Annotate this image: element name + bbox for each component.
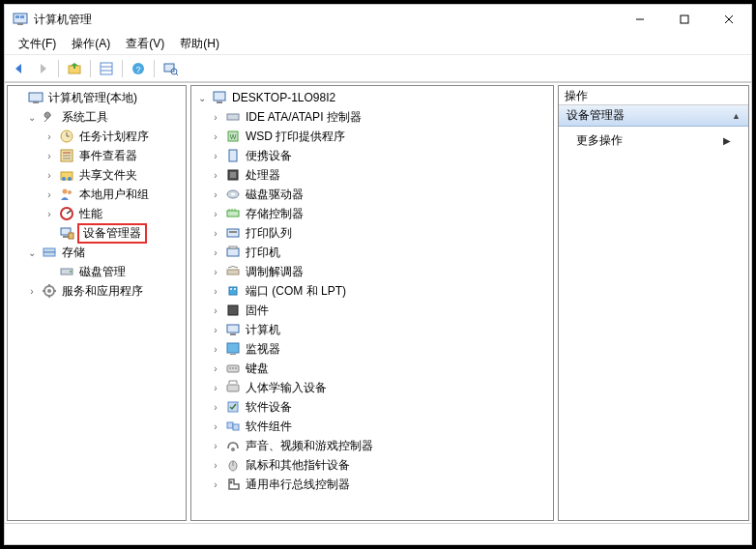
node-event-viewer[interactable]: › 事件查看器 <box>8 146 186 165</box>
device-category[interactable]: ›存储控制器 <box>191 204 553 223</box>
node-storage[interactable]: ⌄ 存储 <box>8 243 186 262</box>
expand-icon[interactable]: › <box>209 363 222 374</box>
collapse-icon[interactable]: ⌄ <box>25 247 39 258</box>
node-label: DESKTOP-1LO98I2 <box>230 90 337 105</box>
node-device-manager[interactable]: › 设备管理器 <box>8 223 186 243</box>
actions-context-band[interactable]: 设备管理器 ▲ <box>559 105 748 127</box>
node-label: 事件查看器 <box>77 147 139 165</box>
device-category[interactable]: ›软件设备 <box>191 397 553 417</box>
expand-icon[interactable]: › <box>209 402 222 413</box>
device-category[interactable]: ›处理器 <box>191 165 553 185</box>
menu-help[interactable]: 帮助(H) <box>172 34 227 54</box>
expand-icon[interactable]: › <box>209 421 222 432</box>
svg-rect-72 <box>227 422 233 428</box>
svg-rect-63 <box>230 333 236 335</box>
expand-icon[interactable]: › <box>43 131 56 142</box>
device-category[interactable]: ›WWSD 打印提供程序 <box>191 127 553 146</box>
node-label: 本地用户和组 <box>77 186 151 204</box>
device-category[interactable]: ›鼠标和其他指针设备 <box>191 455 553 475</box>
svg-rect-69 <box>235 367 237 369</box>
device-category[interactable]: ›声音、视频和游戏控制器 <box>191 436 553 455</box>
expand-icon[interactable]: › <box>25 286 39 297</box>
device-category-icon <box>225 322 241 337</box>
menu-file[interactable]: 文件(F) <box>11 34 64 54</box>
maximize-button[interactable] <box>662 5 707 34</box>
statusbar <box>5 523 751 544</box>
computer-icon <box>212 90 227 105</box>
device-category[interactable]: ›人体学输入设备 <box>191 378 553 397</box>
device-category[interactable]: ›固件 <box>191 301 553 320</box>
expand-icon[interactable]: › <box>209 131 222 142</box>
actions-more[interactable]: 更多操作 ▶ <box>559 127 748 155</box>
collapse-icon[interactable]: ⌄ <box>195 93 209 103</box>
window-title: 计算机管理 <box>34 12 618 28</box>
collapse-icon[interactable]: ⌄ <box>25 112 39 123</box>
node-performance[interactable]: › 性能 <box>8 204 186 223</box>
expand-icon[interactable]: › <box>209 344 222 355</box>
expand-icon[interactable]: › <box>209 170 222 181</box>
up-folder-button[interactable] <box>64 58 85 79</box>
node-system-tools[interactable]: ⌄ 系统工具 <box>8 107 186 127</box>
svg-rect-49 <box>230 172 236 178</box>
expand-icon[interactable]: › <box>209 267 222 277</box>
menu-view[interactable]: 查看(V) <box>118 34 172 54</box>
expand-icon[interactable]: › <box>209 112 222 123</box>
expand-icon[interactable]: › <box>43 189 56 200</box>
node-computer-root[interactable]: ⌄ DESKTOP-1LO98I2 <box>191 88 553 107</box>
svg-rect-57 <box>227 270 239 274</box>
expand-icon[interactable]: › <box>43 151 56 161</box>
node-shared-folders[interactable]: › 共享文件夹 <box>8 165 186 185</box>
services-icon <box>42 283 57 299</box>
expand-icon[interactable]: › <box>209 228 222 239</box>
nav-back-button[interactable] <box>9 58 30 79</box>
nav-forward-button[interactable] <box>32 58 53 79</box>
expand-icon[interactable]: › <box>209 383 222 393</box>
help-button[interactable]: ? <box>128 58 149 79</box>
svg-rect-17 <box>29 93 43 101</box>
expand-icon[interactable]: › <box>209 441 222 451</box>
node-root-local[interactable]: ▸ 计算机管理(本地) <box>8 88 186 107</box>
svg-rect-34 <box>63 236 69 238</box>
svg-rect-68 <box>232 367 234 369</box>
expand-icon[interactable]: › <box>209 325 222 335</box>
expand-icon[interactable]: › <box>209 151 222 161</box>
device-category[interactable]: ›磁盘驱动器 <box>191 185 553 204</box>
device-category-label: 固件 <box>244 302 271 320</box>
device-category-icon <box>225 361 241 376</box>
menu-action[interactable]: 操作(A) <box>64 34 118 54</box>
device-category[interactable]: ›键盘 <box>191 359 553 378</box>
node-local-users[interactable]: › 本地用户和组 <box>8 185 186 204</box>
device-category[interactable]: ›打印机 <box>191 243 553 262</box>
expand-icon[interactable]: › <box>209 209 222 219</box>
actions-pane: 操作 设备管理器 ▲ 更多操作 ▶ <box>558 85 749 521</box>
device-category[interactable]: ›计算机 <box>191 320 553 339</box>
node-task-scheduler[interactable]: › 任务计划程序 <box>8 127 186 146</box>
expand-icon[interactable]: › <box>209 479 222 490</box>
svg-rect-67 <box>229 367 231 369</box>
expand-icon[interactable]: › <box>43 170 56 181</box>
device-category[interactable]: ›软件组件 <box>191 417 553 436</box>
device-category[interactable]: ›调制解调器 <box>191 262 553 281</box>
scan-hardware-button[interactable] <box>160 58 181 79</box>
minimize-button[interactable] <box>618 5 662 34</box>
device-category[interactable]: ›端口 (COM 和 LPT) <box>191 281 553 301</box>
device-category[interactable]: ›监视器 <box>191 339 553 359</box>
node-label-selected: 设备管理器 <box>77 223 147 244</box>
node-services-apps[interactable]: › 服务和应用程序 <box>8 281 186 301</box>
expand-icon[interactable]: › <box>43 209 56 219</box>
svg-text:?: ? <box>135 65 140 74</box>
device-category[interactable]: ›IDE ATA/ATAPI 控制器 <box>191 107 553 127</box>
expand-icon[interactable]: › <box>209 286 222 297</box>
views-button[interactable] <box>96 58 117 79</box>
app-icon <box>13 12 28 27</box>
node-disk-management[interactable]: › 磁盘管理 <box>8 262 186 281</box>
expand-icon[interactable]: › <box>209 247 222 258</box>
device-category[interactable]: ›打印队列 <box>191 223 553 243</box>
close-button[interactable] <box>707 5 751 34</box>
device-category[interactable]: ›便携设备 <box>191 146 553 165</box>
expand-icon[interactable]: › <box>209 189 222 200</box>
expand-icon[interactable]: › <box>209 305 222 316</box>
computer-management-window: 计算机管理 文件(F) 操作(A) 查看(V) 帮助(H) ? ▸ <box>4 4 752 545</box>
device-category[interactable]: ›通用串行总线控制器 <box>191 475 553 494</box>
expand-icon[interactable]: › <box>209 460 222 471</box>
